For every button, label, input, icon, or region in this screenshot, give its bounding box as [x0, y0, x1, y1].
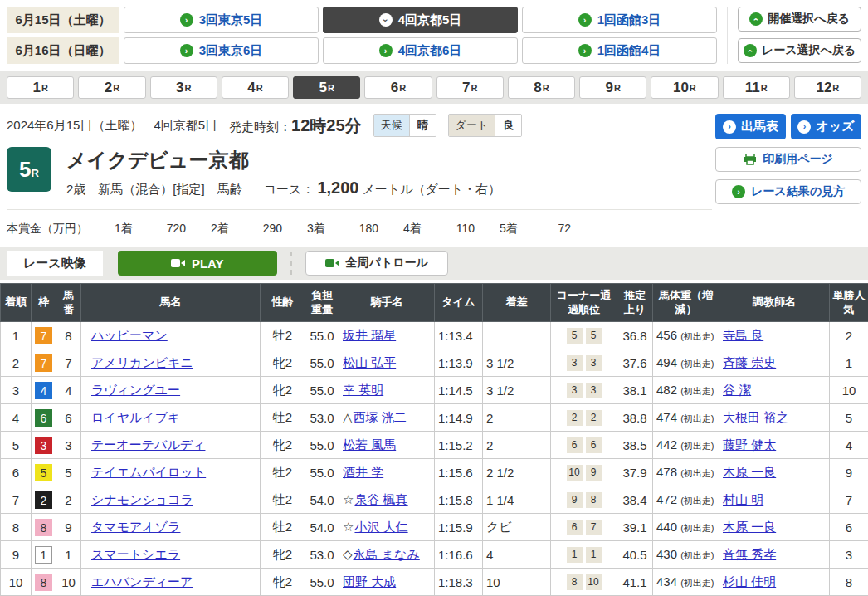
trainer-cell: 木原 一良 — [719, 514, 830, 541]
jockey-mark: ◇ — [343, 547, 353, 561]
venue-button[interactable]: ›4回京都6日 — [323, 37, 518, 64]
circle-arrow-right-icon: › — [180, 13, 193, 27]
tab-number: 4 — [247, 80, 255, 96]
last-3f-time: 39.1 — [617, 514, 653, 541]
tab-suffix: R — [690, 83, 696, 93]
trainer-name-link[interactable]: 谷 潔 — [723, 383, 751, 397]
tab-race-9r[interactable]: 9R — [579, 76, 646, 99]
tab-race-1r[interactable]: 1R — [7, 76, 74, 99]
results-guide-button[interactable]: › レース結果の見方 — [715, 179, 861, 204]
carried-weight: 55.0 — [305, 569, 339, 596]
sex-age: 牡2 — [261, 322, 305, 349]
tab-race-7r[interactable]: 7R — [436, 76, 504, 99]
tab-suffix: R — [113, 83, 119, 93]
jockey-name-link[interactable]: 松山 弘平 — [343, 355, 396, 369]
circle-arrow-right-icon: › — [578, 13, 592, 27]
win-favorite-rank: 9 — [830, 459, 868, 486]
tab-race-5r[interactable]: 5R — [293, 76, 360, 99]
horse-weight: 442 — [656, 437, 680, 452]
win-favorite-rank: 8 — [830, 569, 868, 596]
tab-number: 11 — [745, 80, 760, 96]
column-header: 馬体重（増減） — [653, 284, 719, 322]
venue-button[interactable]: ›3回東京5日 — [124, 7, 319, 33]
trainer-name-link[interactable]: 村山 明 — [723, 492, 763, 506]
back-to-race-select-button[interactable]: › レース選択へ戻る — [738, 38, 861, 63]
jockey-name-link[interactable]: 永島 まなみ — [354, 547, 420, 561]
prize-items: 1着7202着2903着1804着1105着72 — [100, 222, 581, 237]
column-header: コーナー通過順位 — [551, 284, 617, 322]
horse-name-link[interactable]: エハバンディーア — [91, 574, 193, 589]
trainer-name-link[interactable]: 藤野 健太 — [723, 437, 776, 452]
trainer-name-link[interactable]: 木原 一良 — [723, 520, 776, 534]
horse-name-link[interactable]: ラヴィングユー — [91, 383, 180, 397]
venue-button[interactable]: ›1回函館4日 — [522, 37, 717, 64]
odds-button[interactable]: › オッズ — [791, 114, 861, 139]
back-to-meeting-select-button[interactable]: › 開催選択へ戻る — [738, 7, 861, 32]
jockey-name-link[interactable]: 小沢 大仁 — [354, 520, 407, 534]
trainer-name-link[interactable]: 音無 秀孝 — [723, 547, 776, 561]
jockey-name-link[interactable]: 酒井 学 — [343, 465, 383, 479]
print-page-button[interactable]: 印刷用ページ — [715, 147, 861, 172]
trainer-name-link[interactable]: 杉山 佳明 — [723, 574, 776, 589]
prize-item: 2着290 — [211, 222, 292, 237]
play-video-button[interactable]: PLAY — [118, 251, 277, 276]
last-3f-time: 37.6 — [617, 349, 653, 377]
column-header: 着順 — [1, 284, 32, 322]
jockey-name-link[interactable]: 坂井 瑠星 — [343, 328, 396, 342]
corner-positions: 810 — [551, 569, 617, 596]
sex-age: 牡2 — [261, 404, 305, 432]
entries-button[interactable]: › 出馬表 — [715, 114, 786, 139]
trainer-name-link[interactable]: 斉藤 崇史 — [723, 355, 776, 369]
tab-race-3r[interactable]: 3R — [150, 76, 217, 99]
jockey-name-link[interactable]: 幸 英明 — [343, 383, 383, 397]
trainer-name-link[interactable]: 木原 一良 — [723, 465, 776, 479]
chevron-glyph: › — [185, 16, 188, 25]
venue-button[interactable]: ›4回京都5日 — [323, 7, 518, 33]
tab-race-8r[interactable]: 8R — [508, 76, 575, 99]
jockey-name-link[interactable]: 松若 風馬 — [343, 437, 396, 452]
waku-number: 2 — [35, 491, 52, 509]
margin — [483, 322, 551, 349]
finish-time: 1:14.5 — [435, 377, 483, 404]
tab-race-2r[interactable]: 2R — [78, 76, 145, 99]
finish-position: 1 — [1, 322, 32, 349]
horse-weight-cell: 474 (初出走) — [653, 404, 719, 432]
horse-name-link[interactable]: シナモンショコラ — [91, 492, 193, 506]
tab-race-12r[interactable]: 12R — [794, 76, 861, 99]
corner-position: 5 — [567, 328, 583, 344]
horse-name-link[interactable]: タマモアオゾラ — [91, 520, 180, 534]
tab-race-4r[interactable]: 4R — [222, 76, 289, 99]
win-favorite-rank: 2 — [830, 322, 868, 349]
race-title-text: メイクデビュー京都 2歳 新馬（混合）[指定] 馬齢 コース：1,200メートル… — [66, 147, 500, 198]
corner-position: 6 — [567, 437, 583, 453]
horse-name-link[interactable]: ロイヤルイブキ — [91, 410, 180, 424]
horse-weight-cell: 472 (初出走) — [653, 486, 719, 514]
corner-position: 8 — [567, 574, 583, 590]
venue-button[interactable]: ›1回函館3日 — [522, 7, 717, 33]
tab-race-6r[interactable]: 6R — [364, 76, 432, 99]
prize-item: 3着180 — [307, 222, 388, 237]
horse-name-link[interactable]: ハッピーマン — [91, 328, 168, 342]
last-3f-time: 41.1 — [617, 569, 653, 596]
jockey-name-link[interactable]: 西塚 洸二 — [354, 410, 407, 424]
prize-amount: 290 — [246, 222, 282, 237]
tab-race-11r[interactable]: 11R — [723, 76, 790, 99]
sex-age: 牝2 — [261, 349, 305, 377]
horse-name-link[interactable]: テイエムパイロット — [91, 465, 206, 479]
corner-positions: 55 — [551, 322, 617, 349]
corner-position: 1 — [567, 547, 583, 563]
waku-number: 6 — [35, 409, 52, 427]
column-header: 馬番 — [56, 284, 81, 322]
tab-race-10r[interactable]: 10R — [651, 76, 718, 99]
horse-name-link[interactable]: スマートシエラ — [91, 547, 180, 561]
patrol-video-button[interactable]: 全周パトロール — [305, 251, 448, 276]
venue-button[interactable]: ›3回東京6日 — [124, 37, 319, 64]
horse-name-link[interactable]: テーオーテバルディ — [91, 437, 205, 452]
trainer-name-link[interactable]: 大根田 裕之 — [723, 410, 788, 424]
trainer-name-link[interactable]: 寺島 良 — [723, 328, 763, 342]
jockey-name-link[interactable]: 泉谷 楓真 — [354, 492, 407, 506]
corner-position: 3 — [586, 383, 602, 398]
horse-name-link[interactable]: アメリカンビキニ — [91, 355, 193, 369]
jockey-name-link[interactable]: 団野 大成 — [343, 574, 396, 589]
horse-weight-note: (初出走) — [680, 496, 714, 506]
